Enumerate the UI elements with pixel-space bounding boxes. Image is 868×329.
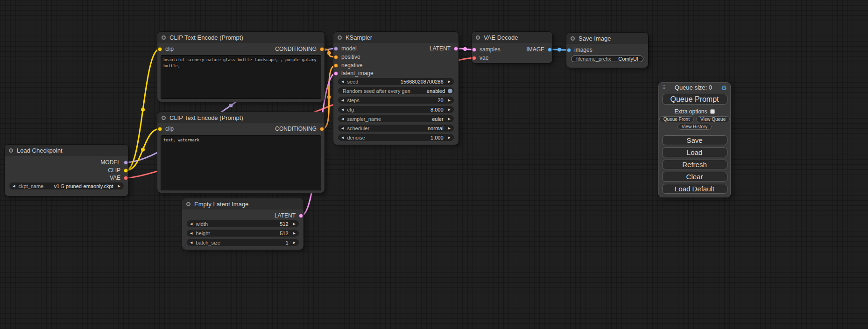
queue-front-button[interactable]: Queue Front	[659, 116, 694, 122]
toggle-enabled-dot[interactable]	[448, 89, 452, 93]
load-default-button[interactable]: Load Default	[662, 184, 727, 194]
history-button-row: View History	[677, 124, 712, 130]
increment-arrow-icon[interactable]: ▶	[445, 97, 454, 104]
latent-port-dot[interactable]	[454, 47, 458, 51]
widget-value: normal	[428, 126, 445, 131]
image-port-dot[interactable]	[567, 48, 571, 52]
increment-arrow-icon[interactable]: ▶	[290, 230, 299, 237]
decrement-arrow-icon[interactable]: ◀	[338, 115, 347, 122]
extra-options-checkbox[interactable]	[710, 109, 715, 114]
node-title-bar[interactable]: Load Checkpoint	[5, 145, 128, 156]
node-title-bar[interactable]: Save Image	[566, 33, 648, 44]
settings-gear-icon[interactable]: ⚙	[721, 84, 727, 91]
increment-arrow-icon[interactable]: ▶	[445, 115, 454, 122]
clip-port-dot[interactable]	[158, 127, 162, 131]
clip-port-dot[interactable]	[124, 168, 128, 173]
increment-arrow-icon[interactable]: ▶	[445, 125, 454, 132]
clear-button[interactable]: Clear	[662, 172, 727, 182]
node-save-image[interactable]: Save Image images filename_prefix ComfyU…	[566, 33, 648, 68]
widget-value: ComfyUI	[618, 56, 643, 62]
ckpt-name-widget[interactable]: ◀ ckpt_name v1-5-pruned-emaonly.ckpt ▶	[9, 182, 124, 189]
node-empty-latent-image[interactable]: Empty Latent Image LATENT ◀ width 512 ▶ …	[182, 198, 303, 250]
decrement-arrow-icon[interactable]: ◀	[338, 106, 347, 113]
node-title: Empty Latent Image	[194, 201, 248, 208]
increment-arrow-icon[interactable]: ▶	[290, 239, 299, 246]
clip-port-dot[interactable]	[158, 47, 162, 51]
widget-label: width	[196, 221, 208, 227]
node-clip-text-encode-positive[interactable]: CLIP Text Encode (Prompt) clip CONDITION…	[157, 32, 325, 102]
refresh-button[interactable]: Refresh	[662, 160, 727, 169]
widget-label: sampler_name	[347, 116, 381, 122]
node-load-checkpoint[interactable]: Load Checkpoint MODEL CLIP VAE ◀ ckpt_na…	[5, 145, 128, 196]
decrement-arrow-icon[interactable]: ◀	[187, 230, 196, 237]
queue-prompt-button[interactable]: Queue Prompt	[662, 94, 727, 105]
widget-label: batch_size	[196, 240, 220, 245]
increment-arrow-icon[interactable]: ▶	[445, 134, 454, 141]
denoise-widget[interactable]: ◀ denoise 1.000 ▶	[338, 134, 454, 141]
increment-arrow-icon[interactable]: ▶	[115, 182, 124, 189]
node-title-bar[interactable]: KSampler	[333, 32, 459, 43]
vae-port-dot[interactable]	[124, 176, 128, 180]
sampler-name-widget[interactable]: ◀ sampler_name euler ▶	[338, 115, 454, 122]
prompt-textarea[interactable]: text, watermark	[161, 135, 321, 190]
conditioning-port-dot[interactable]	[334, 63, 338, 68]
node-title-bar[interactable]: Empty Latent Image	[182, 198, 303, 210]
conditioning-port-dot[interactable]	[334, 55, 338, 59]
decrement-arrow-icon[interactable]: ◀	[338, 78, 347, 85]
latent-port-dot[interactable]	[334, 71, 338, 76]
node-title-bar[interactable]: CLIP Text Encode (Prompt)	[157, 32, 325, 43]
scheduler-widget[interactable]: ◀ scheduler normal ▶	[338, 125, 454, 132]
output-port-image: IMAGE	[526, 46, 552, 53]
conditioning-port-dot[interactable]	[320, 127, 324, 131]
widget-label: Random seed after every gen	[338, 88, 410, 94]
decrement-arrow-icon[interactable]: ◀	[338, 134, 347, 141]
decrement-arrow-icon[interactable]: ◀	[338, 97, 347, 104]
width-widget[interactable]: ◀ width 512 ▶	[187, 220, 299, 227]
node-status-dot	[571, 36, 575, 41]
input-port-positive: positive	[334, 53, 360, 61]
port-label: latent_image	[341, 70, 374, 77]
widget-label: height	[196, 231, 210, 236]
view-history-button[interactable]: View History	[677, 124, 712, 130]
latent-port-dot[interactable]	[299, 214, 303, 218]
node-ksampler[interactable]: KSampler model positive negative latent_…	[333, 32, 459, 145]
input-port-vae: vae	[472, 54, 488, 62]
decrement-arrow-icon[interactable]: ◀	[187, 220, 196, 227]
node-title-bar[interactable]: VAE Decode	[472, 32, 552, 43]
increment-arrow-icon[interactable]: ▶	[445, 78, 454, 85]
widget-value: 8.000	[430, 107, 445, 112]
cfg-widget[interactable]: ◀ cfg 8.000 ▶	[338, 106, 454, 113]
view-queue-button[interactable]: View Queue	[696, 116, 730, 122]
random-seed-toggle-widget[interactable]: Random seed after every gen enabled	[338, 87, 454, 94]
increment-arrow-icon[interactable]: ▶	[290, 220, 299, 227]
image-port-dot[interactable]	[548, 48, 552, 52]
drag-handle-icon[interactable]: ⠿	[662, 85, 665, 90]
model-port-dot[interactable]	[124, 161, 128, 165]
widget-label: filename_prefix	[572, 56, 611, 62]
widget-label: scheduler	[347, 126, 369, 131]
node-title-bar[interactable]: CLIP Text Encode (Prompt)	[157, 112, 325, 123]
menu-header: ⠿ Queue size: 0 ⚙	[659, 83, 730, 92]
widget-value: euler	[432, 116, 445, 122]
steps-widget[interactable]: ◀ steps 20 ▶	[338, 97, 454, 104]
filename-prefix-widget[interactable]: filename_prefix ComfyUI	[571, 56, 643, 62]
seed-widget[interactable]: ◀ seed 156680208700286 ▶	[338, 78, 454, 85]
node-title: KSampler	[346, 34, 372, 41]
model-port-dot[interactable]	[334, 47, 338, 51]
vae-port-dot[interactable]	[472, 56, 476, 60]
save-button[interactable]: Save	[662, 135, 727, 145]
port-label: model	[341, 45, 357, 52]
decrement-arrow-icon[interactable]: ◀	[9, 182, 18, 189]
node-clip-text-encode-negative[interactable]: CLIP Text Encode (Prompt) clip CONDITION…	[157, 112, 325, 193]
widget-value: 156680208700286	[401, 79, 445, 84]
height-widget[interactable]: ◀ height 512 ▶	[187, 230, 299, 237]
conditioning-port-dot[interactable]	[320, 47, 324, 51]
decrement-arrow-icon[interactable]: ◀	[187, 239, 196, 246]
decrement-arrow-icon[interactable]: ◀	[338, 125, 347, 132]
node-vae-decode[interactable]: VAE Decode samples vae IMAGE	[472, 32, 552, 63]
increment-arrow-icon[interactable]: ▶	[445, 106, 454, 113]
load-button[interactable]: Load	[662, 147, 727, 157]
prompt-textarea[interactable]: beautiful scenery nature glass bottle la…	[161, 55, 321, 99]
batch-size-widget[interactable]: ◀ batch_size 1 ▶	[187, 239, 299, 246]
latent-port-dot[interactable]	[472, 48, 476, 52]
